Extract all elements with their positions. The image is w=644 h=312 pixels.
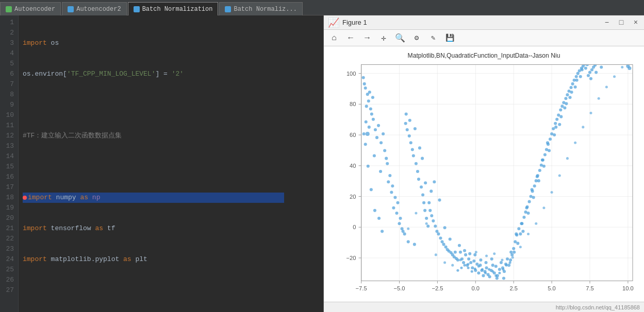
svg-point-101 — [422, 201, 425, 204]
svg-point-230 — [571, 82, 574, 85]
svg-text:−20: −20 — [346, 255, 356, 261]
line-num-10: 10 — [2, 110, 14, 120]
svg-point-163 — [479, 258, 482, 262]
svg-point-99 — [420, 185, 423, 188]
svg-point-207 — [527, 212, 530, 215]
figure-title-text: Figure 1 — [342, 19, 367, 26]
svg-point-213 — [520, 222, 523, 225]
svg-point-307 — [443, 262, 446, 264]
svg-point-281 — [600, 65, 603, 68]
save-button[interactable]: 💾 — [442, 32, 457, 44]
line-numbers: 1 2 3 4 5 6 7 8 9 10 11 12 13 14 15 16 1… — [0, 15, 19, 312]
svg-point-193 — [533, 184, 536, 187]
svg-text:60: 60 — [350, 132, 356, 138]
figure-toolbar: ⌂ ← → ✛ 🔍 ⚙ ✎ 💾 — [324, 30, 644, 46]
code-line-6: import numpy as np — [23, 193, 284, 203]
svg-text:7.5: 7.5 — [586, 285, 593, 291]
svg-point-219 — [552, 127, 555, 130]
line-num-22: 22 — [2, 234, 14, 244]
svg-point-95 — [412, 154, 415, 158]
svg-point-175 — [507, 264, 510, 267]
svg-point-66 — [382, 132, 385, 135]
svg-point-321 — [558, 175, 561, 177]
svg-point-317 — [527, 233, 530, 235]
svg-point-304 — [415, 212, 417, 214]
svg-point-323 — [574, 142, 576, 144]
figure-statusbar: http://blog.csdn.net/qq_41185868 — [324, 302, 644, 312]
svg-point-120 — [439, 236, 442, 239]
line-num-14: 14 — [2, 151, 14, 162]
svg-text:100: 100 — [346, 71, 356, 77]
svg-point-131 — [430, 189, 433, 193]
svg-point-279 — [589, 77, 592, 80]
svg-point-65 — [379, 141, 383, 144]
svg-point-325 — [589, 112, 592, 114]
close-button[interactable]: × — [632, 19, 640, 27]
svg-point-218 — [546, 141, 549, 144]
tab-batch-normalization[interactable]: Batch Normalization — [128, 2, 219, 15]
home-button[interactable]: ⌂ — [327, 32, 341, 44]
maximize-button[interactable]: □ — [617, 19, 625, 27]
configure-button[interactable]: ⚙ — [409, 32, 424, 44]
line-num-4: 4 — [2, 48, 14, 59]
svg-point-73 — [387, 180, 390, 183]
svg-point-104 — [426, 224, 430, 228]
svg-point-83 — [402, 230, 405, 233]
svg-point-53 — [368, 91, 371, 94]
svg-point-222 — [557, 114, 560, 117]
svg-point-109 — [408, 119, 411, 122]
svg-point-60 — [372, 118, 375, 121]
svg-point-107 — [413, 243, 416, 246]
svg-point-140 — [462, 261, 465, 264]
svg-point-217 — [541, 159, 544, 162]
code-panel[interactable]: 1 2 3 4 5 6 7 8 9 10 11 12 13 14 15 16 1… — [0, 15, 324, 312]
svg-point-156 — [488, 275, 491, 278]
figure-status-text: http://blog.csdn.net/qq_41185868 — [556, 304, 640, 310]
svg-point-328 — [613, 75, 616, 78]
svg-point-113 — [424, 181, 427, 184]
svg-text:−7.5: −7.5 — [356, 285, 367, 291]
zoom-button[interactable]: 🔍 — [393, 32, 407, 44]
minimize-button[interactable]: − — [603, 19, 611, 27]
svg-text:0: 0 — [353, 224, 356, 230]
svg-point-55 — [362, 76, 365, 79]
svg-point-98 — [417, 178, 420, 181]
figure-panel: 📈 Figure 1 − □ × ⌂ ← → ✛ 🔍 ⚙ ✎ 💾 — [324, 15, 644, 312]
svg-point-115 — [430, 214, 433, 217]
code-line-7: import tensorflow as tf — [23, 223, 284, 234]
svg-point-52 — [365, 105, 368, 108]
svg-point-251 — [570, 91, 573, 94]
svg-point-152 — [482, 274, 485, 277]
svg-point-179 — [496, 276, 499, 280]
svg-point-48 — [364, 86, 367, 90]
svg-point-309 — [459, 258, 461, 261]
back-button[interactable]: ← — [343, 32, 358, 44]
svg-point-116 — [432, 219, 435, 222]
tab-autoencoder2[interactable]: Autoencoder2 — [62, 2, 126, 15]
line-num-5: 5 — [2, 59, 14, 69]
svg-point-295 — [484, 272, 487, 274]
tab-batch-normaliz[interactable]: Batch Normaliz... — [219, 2, 302, 15]
code-line-1: import os — [23, 38, 284, 48]
forward-button[interactable]: → — [360, 32, 374, 44]
edit-button[interactable]: ✎ — [426, 32, 440, 44]
svg-point-310 — [467, 263, 470, 266]
svg-point-70 — [386, 162, 389, 165]
figure-title-icon: 📈 — [328, 17, 339, 28]
svg-point-137 — [456, 258, 459, 262]
svg-point-181 — [509, 251, 513, 254]
svg-point-252 — [575, 79, 579, 82]
line-num-15: 15 — [2, 162, 14, 172]
svg-point-221 — [555, 118, 558, 121]
tab-autoencoder[interactable]: Autoencoder — [0, 2, 61, 15]
svg-text:10.0: 10.0 — [622, 285, 634, 291]
svg-point-59 — [368, 126, 371, 129]
svg-point-61 — [374, 128, 377, 131]
svg-point-253 — [581, 68, 584, 72]
pan-button[interactable]: ✛ — [376, 32, 391, 44]
svg-point-169 — [498, 268, 501, 271]
svg-point-77 — [396, 201, 399, 204]
line-num-7: 7 — [2, 79, 14, 90]
svg-point-324 — [582, 126, 584, 128]
code-line-3 — [23, 100, 284, 110]
